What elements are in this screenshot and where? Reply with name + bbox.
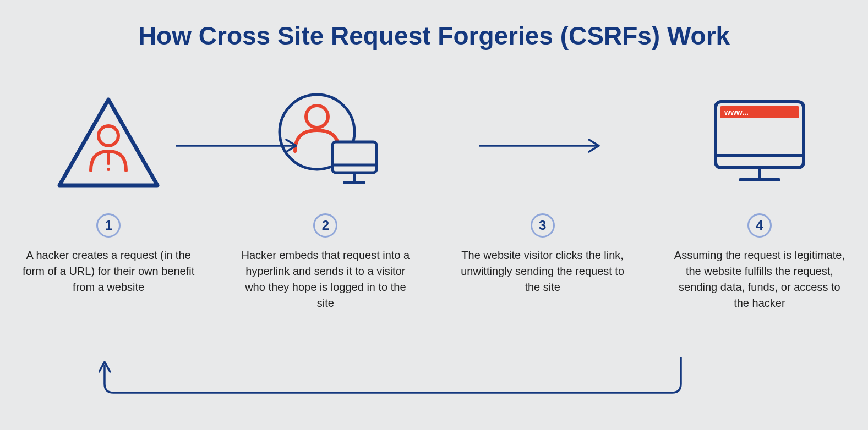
diagram-title: How Cross Site Request Forgeries (CSRFs)…	[0, 0, 868, 51]
hacker-warning-icon	[56, 88, 161, 198]
arrow-2-3	[479, 137, 605, 154]
step-number-3: 3	[531, 213, 555, 238]
step-desc-3: The website visitor clicks the link, unw…	[449, 247, 636, 295]
malicious-site-icon: www...	[710, 88, 809, 198]
step-number-2: 2	[313, 213, 337, 238]
step-number-1: 1	[96, 213, 121, 238]
svg-marker-0	[59, 100, 157, 185]
step-desc-2: Hacker embeds that request into a hyperl…	[232, 247, 419, 311]
step-desc-1: A hacker creates a request (in the form …	[15, 247, 202, 295]
step-1: 1 A hacker creates a request (in the for…	[15, 88, 202, 295]
svg-rect-6	[332, 142, 376, 173]
svg-point-1	[99, 126, 118, 146]
svg-point-3	[107, 168, 110, 171]
browser-url-label: www...	[724, 108, 749, 117]
step-4: www... 4 Assuming the request is legitim…	[666, 88, 853, 311]
svg-point-5	[306, 106, 328, 128]
arrow-1-2	[176, 137, 303, 154]
return-arrow-4-1	[99, 357, 686, 404]
step-desc-4: Assuming the request is legitimate, the …	[666, 247, 853, 311]
step-3: 3 The website visitor clicks the link, u…	[449, 88, 636, 295]
steps-row: 1 A hacker creates a request (in the for…	[0, 88, 868, 311]
step-2: 2 Hacker embeds that request into a hype…	[232, 88, 419, 311]
step-number-4: 4	[747, 213, 772, 238]
